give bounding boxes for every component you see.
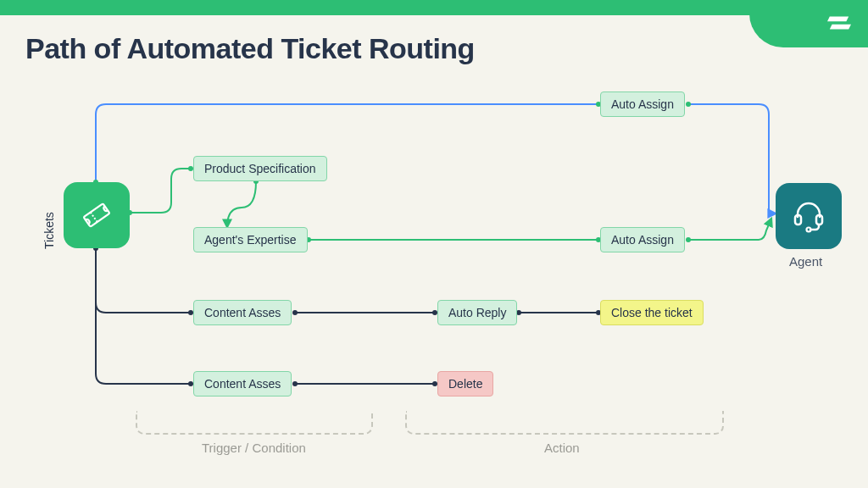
agent-label: Agent [789, 254, 822, 269]
node-agent-expertise: Agent's Expertise [193, 227, 308, 252]
node-close-ticket: Close the ticket [600, 300, 704, 325]
svg-point-6 [807, 228, 811, 232]
svg-line-3 [91, 213, 97, 222]
bracket-action [405, 411, 724, 435]
bracket-action-label: Action [544, 441, 580, 455]
tickets-label: Tickets [42, 212, 56, 249]
node-content-asses-1: Content Asses [193, 300, 292, 325]
node-product-specification: Product Specification [193, 156, 327, 181]
node-auto-assign-mid: Auto Assign [600, 227, 685, 252]
headset-icon [791, 198, 826, 234]
tickets-node [64, 182, 130, 248]
ticket-icon [80, 198, 114, 232]
bracket-trigger-label: Trigger / Condition [202, 441, 306, 455]
node-delete: Delete [437, 371, 493, 396]
node-auto-reply: Auto Reply [437, 300, 517, 325]
node-auto-assign-top: Auto Assign [600, 92, 685, 117]
svg-rect-2 [84, 203, 110, 227]
agent-node [776, 183, 842, 249]
node-content-asses-2: Content Asses [193, 371, 292, 396]
bracket-trigger [136, 411, 373, 435]
